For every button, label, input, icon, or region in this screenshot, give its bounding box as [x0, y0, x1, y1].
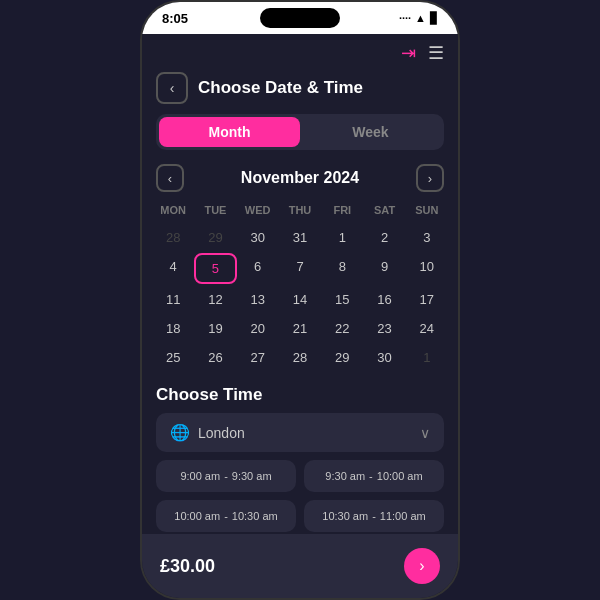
login-icon[interactable]: ⇥: [401, 42, 416, 64]
calendar-day[interactable]: 31: [279, 224, 321, 251]
status-bar: 8:05 ···· ▲ ▊: [142, 2, 458, 34]
calendar-day[interactable]: 10: [406, 253, 448, 284]
prev-month-button[interactable]: ‹: [156, 164, 184, 192]
day-header-mon: MON: [152, 200, 194, 220]
calendar-weeks: 2829303112345678910111213141516171819202…: [152, 224, 448, 371]
notch: [260, 8, 340, 28]
calendar-day[interactable]: 30: [363, 344, 405, 371]
calendar-day[interactable]: 15: [321, 286, 363, 313]
phone-frame: 8:05 ···· ▲ ▊ ⇥ ☰ ‹ Choose Date & Time M…: [140, 0, 460, 600]
time-slot[interactable]: 9:00 am-9:30 am: [156, 460, 296, 492]
status-icons: ···· ▲ ▊: [399, 12, 438, 25]
app-content: ⇥ ☰ ‹ Choose Date & Time Month Week ‹ No…: [142, 34, 458, 534]
calendar-day[interactable]: 21: [279, 315, 321, 342]
time-slot[interactable]: 10:00 am-10:30 am: [156, 500, 296, 532]
wifi-icon: ▲: [415, 12, 426, 24]
calendar-day[interactable]: 9: [363, 253, 405, 284]
tab-week[interactable]: Week: [300, 117, 441, 147]
next-arrow-icon: ›: [428, 171, 432, 186]
calendar-day[interactable]: 1: [321, 224, 363, 251]
day-header-wed: WED: [237, 200, 279, 220]
calendar-day[interactable]: 4: [152, 253, 194, 284]
time-slots-grid: 9:00 am-9:30 am9:30 am-10:00 am10:00 am-…: [142, 460, 458, 534]
calendar-day[interactable]: 6: [237, 253, 279, 284]
calendar-nav: ‹ November 2024 ›: [142, 160, 458, 200]
calendar-day[interactable]: 17: [406, 286, 448, 313]
menu-icon[interactable]: ☰: [428, 42, 444, 64]
time-slot[interactable]: 9:30 am-10:00 am: [304, 460, 444, 492]
calendar-day[interactable]: 16: [363, 286, 405, 313]
calendar-day[interactable]: 1: [406, 344, 448, 371]
top-nav: ⇥ ☰: [142, 34, 458, 68]
chevron-down-icon: ∨: [420, 425, 430, 441]
calendar-day[interactable]: 12: [194, 286, 236, 313]
tab-month[interactable]: Month: [159, 117, 300, 147]
calendar-day[interactable]: 29: [321, 344, 363, 371]
day-headers: MON TUE WED THU FRI SAT SUN: [152, 200, 448, 220]
dots-icon: ····: [399, 12, 411, 24]
back-arrow-icon: ‹: [170, 80, 175, 96]
calendar-row: 45678910: [152, 253, 448, 284]
timezone-selector[interactable]: 🌐 London ∨: [156, 413, 444, 452]
next-month-button[interactable]: ›: [416, 164, 444, 192]
calendar-day[interactable]: 24: [406, 315, 448, 342]
calendar-row: 2526272829301: [152, 344, 448, 371]
calendar-row: 18192021222324: [152, 315, 448, 342]
day-header-thu: THU: [279, 200, 321, 220]
calendar-day[interactable]: 20: [237, 315, 279, 342]
calendar-day[interactable]: 11: [152, 286, 194, 313]
calendar-day[interactable]: 14: [279, 286, 321, 313]
calendar-day[interactable]: 27: [237, 344, 279, 371]
calendar-day[interactable]: 22: [321, 315, 363, 342]
calendar-row: 28293031123: [152, 224, 448, 251]
back-button[interactable]: ‹: [156, 72, 188, 104]
calendar-day[interactable]: 8: [321, 253, 363, 284]
calendar-day[interactable]: 19: [194, 315, 236, 342]
battery-icon: ▊: [430, 12, 438, 25]
calendar-day[interactable]: 2: [363, 224, 405, 251]
calendar-day[interactable]: 23: [363, 315, 405, 342]
timezone-label: London: [198, 425, 245, 441]
next-icon: ›: [419, 557, 424, 575]
day-header-sun: SUN: [406, 200, 448, 220]
calendar-day[interactable]: 3: [406, 224, 448, 251]
globe-icon: 🌐: [170, 423, 190, 442]
calendar-day[interactable]: 13: [237, 286, 279, 313]
calendar-day[interactable]: 30: [237, 224, 279, 251]
footer-bar: £30.00 ›: [142, 534, 458, 598]
prev-arrow-icon: ‹: [168, 171, 172, 186]
choose-time-title: Choose Time: [142, 373, 458, 413]
calendar-day[interactable]: 25: [152, 344, 194, 371]
calendar-grid: MON TUE WED THU FRI SAT SUN 282930311234…: [142, 200, 458, 373]
calendar-day[interactable]: 7: [279, 253, 321, 284]
calendar-day[interactable]: 26: [194, 344, 236, 371]
header: ‹ Choose Date & Time: [142, 68, 458, 114]
calendar-day[interactable]: 5: [194, 253, 236, 284]
tab-bar: Month Week: [156, 114, 444, 150]
calendar-day[interactable]: 18: [152, 315, 194, 342]
day-header-sat: SAT: [363, 200, 405, 220]
calendar-day[interactable]: 28: [152, 224, 194, 251]
calendar-day[interactable]: 28: [279, 344, 321, 371]
day-header-tue: TUE: [194, 200, 236, 220]
page-title: Choose Date & Time: [198, 78, 363, 98]
next-button[interactable]: ›: [404, 548, 440, 584]
calendar-day[interactable]: 29: [194, 224, 236, 251]
calendar-row: 11121314151617: [152, 286, 448, 313]
time-slot[interactable]: 10:30 am-11:00 am: [304, 500, 444, 532]
price-label: £30.00: [160, 556, 215, 577]
month-year-label: November 2024: [241, 169, 359, 187]
status-time: 8:05: [162, 11, 188, 26]
day-header-fri: FRI: [321, 200, 363, 220]
